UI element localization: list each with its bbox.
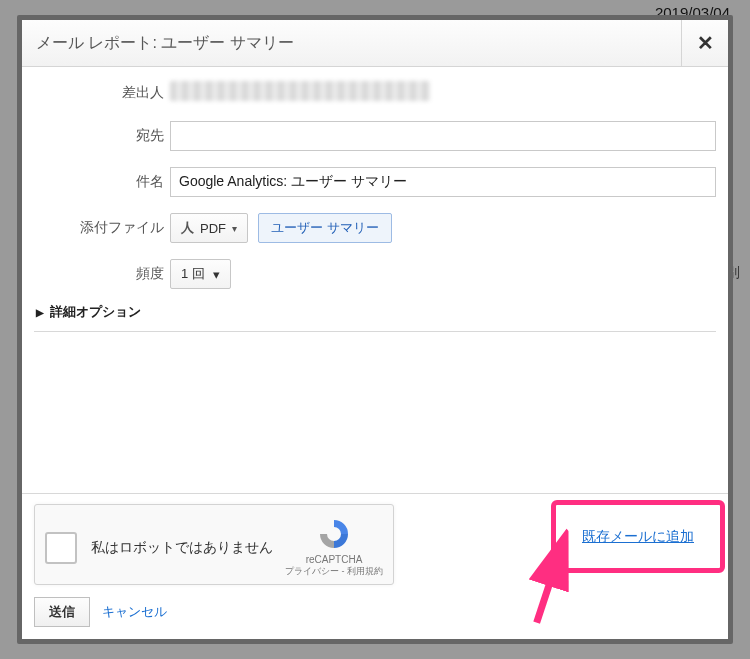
attachment-label: 添付ファイル — [34, 219, 170, 237]
frequency-label: 頻度 — [34, 265, 170, 283]
footer-actions: 送信 キャンセル — [34, 597, 716, 627]
close-icon: ✕ — [697, 31, 714, 55]
recaptcha-text: 私はロボットではありません — [91, 538, 285, 557]
send-button[interactable]: 送信 — [34, 597, 90, 627]
dialog-footer: 私はロボットではありません reCAPTCHA プライバシー - 利用規約 既存… — [22, 494, 728, 639]
add-to-existing-link[interactable]: 既存メールに追加 — [582, 528, 694, 544]
message-body-textarea[interactable] — [22, 332, 728, 494]
email-report-dialog: メール レポート: ユーザー サマリー ✕ 差出人 宛先 件名 — [17, 15, 733, 644]
pdf-icon: 人 — [181, 219, 194, 237]
attachment-format-value: PDF — [200, 221, 226, 236]
recaptcha-widget: 私はロボットではありません reCAPTCHA プライバシー - 利用規約 — [34, 504, 394, 585]
cancel-link[interactable]: キャンセル — [102, 603, 167, 621]
caret-down-icon: ▾ — [213, 267, 220, 282]
dialog-title: メール レポート: ユーザー サマリー — [36, 33, 294, 54]
to-label: 宛先 — [34, 127, 170, 145]
attachment-chip-label: ユーザー サマリー — [271, 219, 379, 237]
form-area: 差出人 宛先 件名 添付ファイル 人 P — [22, 67, 728, 332]
attachment-report-chip[interactable]: ユーザー サマリー — [258, 213, 392, 243]
frequency-value: 1 回 — [181, 265, 205, 283]
close-button[interactable]: ✕ — [681, 20, 728, 66]
recaptcha-brand-name: reCAPTCHA — [285, 553, 383, 566]
caret-down-icon: ▾ — [232, 223, 237, 234]
attachment-format-dropdown[interactable]: 人 PDF ▾ — [170, 213, 248, 243]
advanced-options-toggle[interactable]: ▶ 詳細オプション — [34, 297, 716, 332]
recaptcha-brand: reCAPTCHA プライバシー - 利用規約 — [285, 517, 383, 578]
from-value-redacted — [170, 81, 430, 101]
to-input[interactable] — [170, 121, 716, 151]
advanced-options-label: 詳細オプション — [50, 303, 141, 321]
send-button-label: 送信 — [49, 604, 75, 619]
subject-label: 件名 — [34, 173, 170, 191]
recaptcha-terms: プライバシー - 利用規約 — [285, 566, 383, 578]
subject-input[interactable] — [170, 167, 716, 197]
frequency-dropdown[interactable]: 1 回 ▾ — [170, 259, 231, 289]
dialog-titlebar: メール レポート: ユーザー サマリー ✕ — [22, 20, 728, 67]
from-label: 差出人 — [34, 84, 170, 102]
triangle-right-icon: ▶ — [36, 307, 44, 318]
recaptcha-checkbox[interactable] — [45, 532, 77, 564]
recaptcha-icon — [317, 517, 351, 551]
